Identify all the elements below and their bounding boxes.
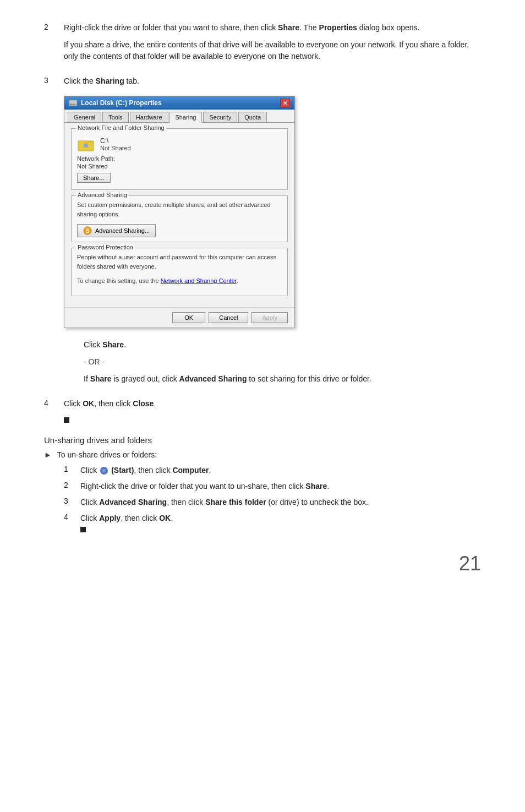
step-4-text2: , then click xyxy=(94,399,133,408)
sub-step-3-body: Click Advanced Sharing, then click Share… xyxy=(80,497,481,508)
click-share-end: . xyxy=(124,340,126,349)
step-3-bold1: Sharing xyxy=(96,77,124,85)
step-2-text3: dialog box opens. xyxy=(357,23,420,32)
or-line: - OR - xyxy=(84,356,481,368)
sub1-bold1: (Start) xyxy=(111,466,134,475)
sub1-text1: Click xyxy=(80,466,99,475)
dialog-close-button[interactable]: ✕ xyxy=(280,99,290,107)
step-3-body: Click the Sharing tab. xyxy=(64,75,481,390)
step-4-bold2: Close xyxy=(133,399,154,408)
sub-step-2: 2 Right-click the drive or folder that y… xyxy=(64,481,481,492)
click-share-text: Click xyxy=(84,340,102,349)
pp-line2: To change this setting, use the xyxy=(77,277,161,284)
click-share-bold: Share xyxy=(102,340,124,349)
step-3-text2: tab. xyxy=(124,77,139,85)
step-2-number: 2 xyxy=(44,22,54,68)
step-2-body: Right-click the drive or folder that you… xyxy=(64,22,481,68)
step-4-body: Click OK, then click Close. xyxy=(64,398,481,424)
advanced-sharing-button[interactable]: S Advanced Sharing... xyxy=(77,224,156,237)
sub-step-4-body: Click Apply, then click OK. xyxy=(80,513,481,536)
drive-share-status: Not Shared xyxy=(100,145,131,151)
post-dialog-click-share: Click Share. xyxy=(84,339,481,351)
apply-button[interactable]: Apply xyxy=(251,312,288,323)
tab-general[interactable]: General xyxy=(68,112,101,122)
page-content: 2 Right-click the drive or folder that y… xyxy=(44,22,481,575)
ok-button[interactable]: OK xyxy=(172,312,205,323)
sub-step-1: 1 Click (Start), then click Computer. xyxy=(64,465,481,476)
sub-step-4: 4 Click Apply, then click OK. xyxy=(64,513,481,536)
if-share-text2: is grayed out, click xyxy=(112,374,179,383)
sub4-text2: , then click xyxy=(121,514,159,522)
sub3-bold2: Share this folder xyxy=(205,498,266,506)
sub3-text1: Click xyxy=(80,498,99,506)
dialog-tabs: General Tools Hardware Sharing Security … xyxy=(64,110,294,123)
if-share-text1: If xyxy=(84,374,90,383)
tab-hardware[interactable]: Hardware xyxy=(130,112,168,122)
page-number: 21 xyxy=(44,552,481,575)
step-4-number: 4 xyxy=(44,398,54,424)
sub3-text3: (or drive) to uncheck the box. xyxy=(266,498,368,506)
sub-step-4-num: 4 xyxy=(64,513,74,536)
advanced-sharing-section: Advanced Sharing Set custom permissions,… xyxy=(71,195,288,242)
unsharing-heading: Un-sharing drives and folders xyxy=(44,435,481,445)
network-path-label: Network Path: xyxy=(77,155,282,162)
step-4-block: 4 Click OK, then click Close. xyxy=(44,398,481,424)
step-2-bold2: Properties xyxy=(319,23,357,32)
sub-step-2-body: Right-click the drive or folder that you… xyxy=(80,481,481,492)
cancel-button[interactable]: Cancel xyxy=(209,312,248,323)
step-2-text1: Right-click the drive or folder that you… xyxy=(64,23,278,32)
dialog-title-left: Local Disk (C:) Properties xyxy=(69,99,162,107)
sub1-text3: . xyxy=(209,466,211,475)
advanced-sharing-desc: Set custom permissions, create multiple … xyxy=(77,200,282,219)
share-button[interactable]: Share... xyxy=(77,173,111,183)
password-protection-desc1: People without a user account and passwo… xyxy=(77,253,282,271)
drive-path: C:\ xyxy=(100,137,131,145)
step-3-text1: Click the xyxy=(64,77,96,85)
sub4-bold2: OK xyxy=(159,514,171,522)
advanced-sharing-btn-label: Advanced Sharing... xyxy=(95,227,150,234)
sub-step-1-body: Click (Start), then click Computer. xyxy=(80,465,481,476)
to-text: To un-share drives or folders: xyxy=(57,450,157,459)
pp-line2-end: . xyxy=(237,277,238,284)
step-3-block: 3 Click the Sharing tab. xyxy=(44,75,481,390)
sub2-text2: . xyxy=(327,482,329,491)
step-4-text1: Click xyxy=(64,399,83,408)
password-protection-label: Password Protection xyxy=(76,244,135,250)
step-3-number: 3 xyxy=(44,75,54,390)
svg-text:S: S xyxy=(86,228,90,234)
step-2-bold1: Share xyxy=(278,23,299,32)
sub3-bold1: Advanced Sharing xyxy=(99,498,167,506)
dialog-wrapper: Local Disk (C:) Properties ✕ General Too… xyxy=(64,96,481,328)
sub1-bold2: Computer xyxy=(172,466,209,475)
dialog-titlebar: Local Disk (C:) Properties ✕ xyxy=(64,96,294,110)
password-protection-desc2: To change this setting, use the Network … xyxy=(77,276,282,286)
sub1-text2: , then click xyxy=(134,466,172,475)
sub2-text1: Right-click the drive or folder that you… xyxy=(80,482,305,491)
step-4-text3: . xyxy=(154,399,156,408)
svg-rect-3 xyxy=(72,104,75,105)
step-2-para1: Right-click the drive or folder that you… xyxy=(64,22,481,34)
sub-step-4-bullet xyxy=(80,527,86,532)
step-3-text: Click the Sharing tab. xyxy=(64,75,481,87)
if-share-text3: to set sharing for this drive or folder. xyxy=(247,374,371,383)
svg-rect-5 xyxy=(84,144,88,148)
tab-security[interactable]: Security xyxy=(203,112,237,122)
network-sharing-center-link[interactable]: Network and Sharing Center xyxy=(161,277,237,284)
step-4-bullet xyxy=(64,417,69,423)
tab-sharing[interactable]: Sharing xyxy=(169,112,203,123)
step-4-text: Click OK, then click Close. xyxy=(64,398,481,410)
sub-step-3: 3 Click Advanced Sharing, then click Sha… xyxy=(64,497,481,508)
dialog-title-text: Local Disk (C:) Properties xyxy=(81,99,162,107)
start-icon xyxy=(100,467,108,475)
if-share-bold1: Share xyxy=(90,374,112,383)
network-sharing-label: Network File and Folder Sharing xyxy=(76,124,166,131)
tab-quota[interactable]: Quota xyxy=(238,112,267,122)
password-protection-section: Password Protection People without a use… xyxy=(71,248,288,296)
sub4-bold1: Apply xyxy=(99,514,121,522)
sub2-bold1: Share xyxy=(305,482,327,491)
sub4-text1: Click xyxy=(80,514,99,522)
sub3-text2: , then click xyxy=(167,498,205,506)
tab-tools[interactable]: Tools xyxy=(102,112,129,122)
svg-point-2 xyxy=(70,104,72,105)
step-2-block: 2 Right-click the drive or folder that y… xyxy=(44,22,481,68)
